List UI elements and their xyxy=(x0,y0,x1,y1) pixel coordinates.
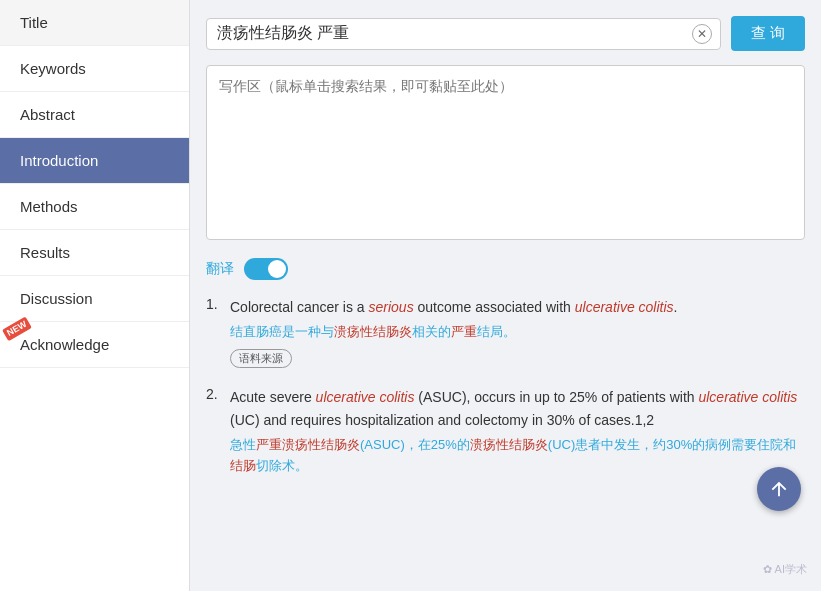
sidebar-item-discussion[interactable]: Discussion xyxy=(0,276,189,322)
sidebar-item-results[interactable]: Results xyxy=(0,230,189,276)
keyword-uc-1: ulcerative colitis xyxy=(575,299,674,315)
result-en-2: Acute severe ulcerative colitis (ASUC), … xyxy=(230,386,805,431)
watermark: ✿ AI学术 xyxy=(763,562,807,577)
sidebar-item-methods[interactable]: Methods xyxy=(0,184,189,230)
translate-row: 翻译 xyxy=(206,258,805,280)
main-content: ✕ 查 询 翻译 1. Colorectal cancer is a serio… xyxy=(190,0,821,591)
keyword-uc-2a: ulcerative colitis xyxy=(316,389,415,405)
sidebar-item-abstract[interactable]: Abstract xyxy=(0,92,189,138)
search-input-wrapper: ✕ xyxy=(206,18,721,50)
results-list: 1. Colorectal cancer is a serious outcom… xyxy=(206,296,805,477)
keyword-uc-2b: ulcerative colitis xyxy=(698,389,797,405)
query-button[interactable]: 查 询 xyxy=(731,16,805,51)
result-zh-2: 急性严重溃疡性结肠炎(ASUC)，在25%的溃疡性结肠炎(UC)患者中发生，约3… xyxy=(230,435,805,477)
sidebar-item-introduction[interactable]: Introduction xyxy=(0,138,189,184)
result-en-1: Colorectal cancer is a serious outcome a… xyxy=(230,296,805,318)
sidebar-item-acknowledge[interactable]: Acknowledge xyxy=(0,322,189,368)
sidebar: TitleKeywordsAbstractIntroductionMethods… xyxy=(0,0,190,591)
scroll-top-button[interactable] xyxy=(757,467,801,511)
zh-keyword-uc-2: 溃疡性结肠炎 xyxy=(470,437,548,452)
search-bar: ✕ 查 询 xyxy=(206,16,805,51)
zh-keyword-severe-1: 严重 xyxy=(451,324,477,339)
result-zh-1: 结直肠癌是一种与溃疡性结肠炎相关的严重结局。 xyxy=(230,322,805,343)
clear-button[interactable]: ✕ xyxy=(692,24,712,44)
toggle-knob xyxy=(268,260,286,278)
sidebar-item-title[interactable]: Title xyxy=(0,0,189,46)
zh-keyword-colon: 结肠 xyxy=(230,458,256,473)
translate-label: 翻译 xyxy=(206,260,234,278)
translate-toggle[interactable] xyxy=(244,258,288,280)
result-item-2: 2. Acute severe ulcerative colitis (ASUC… xyxy=(206,386,805,476)
result-item-1: 1. Colorectal cancer is a serious outcom… xyxy=(206,296,805,368)
source-tag-1[interactable]: 语料来源 xyxy=(230,349,292,368)
keyword-serious: serious xyxy=(369,299,414,315)
zh-keyword-uc-1: 溃疡性结肠炎 xyxy=(334,324,412,339)
sidebar-item-keywords[interactable]: Keywords xyxy=(0,46,189,92)
search-input[interactable] xyxy=(217,25,688,43)
zh-keyword-severe-2: 严重溃疡性结肠炎 xyxy=(256,437,360,452)
result-number-1: 1. xyxy=(206,296,218,312)
result-number-2: 2. xyxy=(206,386,218,402)
writing-area[interactable] xyxy=(206,65,805,240)
